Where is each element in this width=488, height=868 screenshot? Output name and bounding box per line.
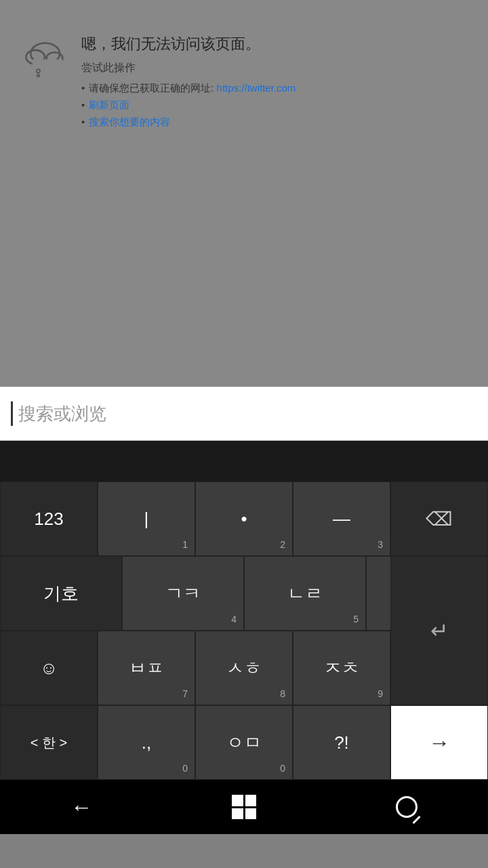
key-g-k[interactable]: ㄱㅋ 4	[122, 556, 244, 631]
key-pipe-label: |	[144, 510, 149, 528]
error-title: 嗯，我们无法访问该页面。	[81, 34, 296, 54]
key-123[interactable]: 123	[0, 481, 98, 556]
key-g-k-label: ㄱㅋ	[165, 585, 201, 602]
key-comma-period-num: 0	[182, 763, 188, 774]
address-bar-placeholder: 搜索或浏览	[18, 402, 106, 426]
key-o-m-num: 0	[280, 763, 285, 774]
key-123-label: 123	[34, 510, 63, 528]
key-s-h[interactable]: ㅅㅎ 8	[195, 631, 293, 705]
key-b-p-label: ㅂㅍ	[129, 659, 164, 677]
key-s-h-num: 8	[280, 688, 285, 699]
key-symbols-label: 기호	[43, 585, 79, 602]
backspace-icon: ⌫	[426, 508, 453, 530]
key-n-r-label: ㄴㄹ	[287, 585, 323, 602]
keyboard-row-4: < 한 > ., 0 ㅇㅁ 0 ?! →	[0, 705, 488, 780]
keyboard-gap	[0, 441, 488, 481]
key-lang-label: < 한 >	[30, 736, 67, 749]
key-dot-label: •	[241, 510, 247, 528]
key-pipe[interactable]: | 1	[98, 481, 195, 556]
nav-home-button[interactable]	[217, 787, 271, 827]
error-container: 嗯，我们无法访问该页面。 尝试此操作 请确保您已获取正确的网址: https:/…	[20, 34, 468, 129]
twitter-link[interactable]: https://twitter.com	[217, 82, 296, 94]
key-dot-num: 2	[280, 539, 285, 550]
key-symbols[interactable]: 기호	[0, 556, 122, 631]
keyboard-row-1: 123 | 1 • 2 — 3 ⌫	[0, 481, 488, 556]
nav-back-button[interactable]: ←	[54, 787, 108, 827]
enter-icon: ↵	[430, 618, 449, 644]
keyboard-row-2: 기호 ㄱㅋ 4 ㄴㄹ 5 ㄷㅌ 6 ↵	[0, 556, 488, 631]
key-j-ch-num: 9	[378, 688, 383, 699]
key-emoji-label: ☺	[40, 659, 58, 677]
nav-search-button[interactable]	[380, 787, 434, 827]
key-enter[interactable]: ↵	[390, 556, 488, 705]
address-bar-container[interactable]: 搜索或浏览	[0, 387, 488, 441]
key-comma-period[interactable]: ., 0	[98, 705, 195, 780]
error-list-item-2: 刷新页面	[81, 99, 296, 112]
key-dot[interactable]: • 2	[195, 481, 293, 556]
key-dash-num: 3	[378, 539, 383, 550]
key-backspace[interactable]: ⌫	[390, 481, 488, 556]
back-arrow-icon: ←	[70, 795, 92, 820]
refresh-link[interactable]: 刷新页面	[89, 99, 129, 112]
key-b-p-num: 7	[182, 688, 188, 699]
key-emoji[interactable]: ☺	[0, 631, 98, 705]
key-dash-label: —	[333, 510, 350, 528]
error-subtitle: 尝试此操作	[81, 61, 296, 75]
key-g-k-num: 4	[231, 614, 237, 625]
key-j-ch-label: ㅈㅊ	[324, 659, 359, 677]
error-list-item-1: 请确保您已获取正确的网址: https://twitter.com	[81, 82, 296, 95]
windows-logo-icon	[232, 795, 256, 819]
address-bar-cursor	[11, 401, 13, 426]
error-list-item-1-text: 请确保您已获取正确的网址: https://twitter.com	[89, 82, 296, 95]
key-go-arrow: →	[428, 730, 450, 755]
key-question-exclaim-label: ?!	[334, 734, 349, 751]
key-pipe-num: 1	[182, 539, 188, 550]
svg-point-4	[37, 69, 40, 73]
key-o-m[interactable]: ㅇㅁ 0	[195, 705, 293, 780]
key-comma-period-label: .,	[142, 734, 151, 751]
key-go[interactable]: →	[390, 705, 488, 780]
key-b-p[interactable]: ㅂㅍ 7	[98, 631, 195, 705]
key-question-exclaim[interactable]: ?!	[293, 705, 390, 780]
search-icon	[396, 796, 418, 818]
key-s-h-label: ㅅㅎ	[226, 659, 262, 677]
key-lang[interactable]: < 한 >	[0, 705, 98, 780]
key-j-ch[interactable]: ㅈㅊ 9	[293, 631, 390, 705]
error-list-item-3: 搜索你想要的内容	[81, 116, 296, 129]
key-o-m-label: ㅇㅁ	[226, 734, 262, 751]
key-n-r[interactable]: ㄴㄹ 5	[244, 556, 366, 631]
search-link[interactable]: 搜索你想要的内容	[89, 116, 170, 129]
browser-content: 嗯，我们无法访问该页面。 尝试此操作 请确保您已获取正确的网址: https:/…	[0, 0, 488, 387]
keyboard: 123 | 1 • 2 — 3 ⌫ 기호 ㄱㅋ 4 ㄴㄹ 5 ㄷ	[0, 481, 488, 780]
nav-bar: ←	[0, 780, 488, 834]
cloud-icon	[20, 37, 68, 78]
svg-rect-3	[33, 60, 63, 68]
svg-point-5	[37, 75, 39, 77]
key-dash[interactable]: — 3	[293, 481, 390, 556]
error-text: 嗯，我们无法访问该页面。 尝试此操作 请确保您已获取正确的网址: https:/…	[81, 34, 296, 129]
error-list: 请确保您已获取正确的网址: https://twitter.com 刷新页面 搜…	[81, 82, 296, 129]
key-n-r-num: 5	[353, 614, 359, 625]
